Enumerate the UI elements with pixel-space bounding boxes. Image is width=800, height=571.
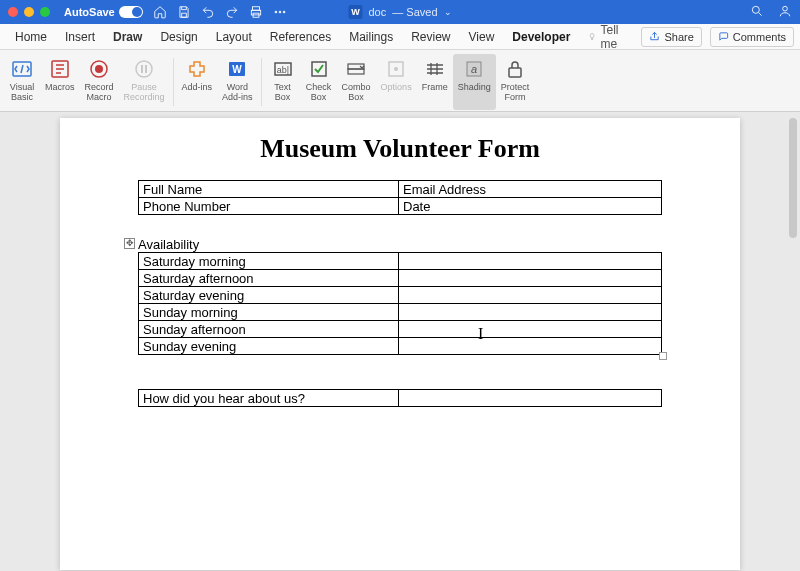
hear-about-table[interactable]: How did you hear about us? [138,389,662,407]
availability-value-cell[interactable] [399,287,662,304]
tab-home[interactable]: Home [6,24,56,50]
check-box-button[interactable]: Check Box [301,54,337,110]
minimize-window-button[interactable] [24,7,34,17]
table-row: Sunday morning [139,304,662,321]
tab-layout[interactable]: Layout [207,24,261,50]
add-ins-icon [184,56,210,82]
print-icon[interactable] [249,5,263,19]
tab-view[interactable]: View [460,24,504,50]
scrollbar-thumb[interactable] [789,118,797,238]
document-save-status: — Saved [392,6,437,18]
save-icon[interactable] [177,5,191,19]
tab-mailings[interactable]: Mailings [340,24,402,50]
ribbon-tabs: Home Insert Draw Design Layout Reference… [0,24,800,50]
home-icon[interactable] [153,5,167,19]
word-add-ins-label: Word Add-ins [222,83,253,103]
availability-cell[interactable]: Sunday afternoon [139,321,399,338]
record-macro-button[interactable]: Record Macro [80,54,119,110]
tab-design[interactable]: Design [151,24,206,50]
window-titlebar: AutoSave W doc — Saved ⌄ [0,0,800,24]
availability-cell[interactable]: Sunday morning [139,304,399,321]
add-ins-label: Add-ins [182,83,213,93]
svg-point-12 [136,61,152,77]
availability-cell[interactable]: Sunday evening [139,338,399,355]
word-add-ins-button[interactable]: W Word Add-ins [217,54,258,110]
svg-text:ab|: ab| [276,65,288,75]
contact-table[interactable]: Full Name Email Address Phone Number Dat… [138,180,662,215]
svg-point-7 [783,6,788,11]
svg-point-5 [283,11,285,13]
svg-text:W: W [233,64,243,75]
more-icon[interactable] [273,5,287,19]
close-window-button[interactable] [8,7,18,17]
table-move-handle-icon[interactable]: ✥ [124,238,135,249]
availability-value-cell[interactable] [399,338,662,355]
availability-value-cell[interactable] [399,270,662,287]
text-box-button[interactable]: ab| Text Box [265,54,301,110]
word-app-icon: W [349,5,363,19]
visual-basic-icon [9,56,35,82]
options-label: Options [381,83,412,93]
account-icon[interactable] [778,4,792,20]
full-name-cell[interactable]: Full Name [139,181,399,198]
table-row: Sunday evening [139,338,662,355]
availability-section: ✥ Availability Saturday morning Saturday… [138,237,662,355]
macros-button[interactable]: Macros [40,54,80,110]
tab-insert[interactable]: Insert [56,24,104,50]
hear-about-cell[interactable]: How did you hear about us? [139,390,399,407]
text-box-icon: ab| [270,56,296,82]
comments-label: Comments [733,31,786,43]
redo-icon[interactable] [225,5,239,19]
tab-draw[interactable]: Draw [104,24,151,50]
availability-cell[interactable]: Saturday afternoon [139,270,399,287]
zoom-window-button[interactable] [40,7,50,17]
phone-cell[interactable]: Phone Number [139,198,399,215]
svg-point-4 [279,11,281,13]
availability-table[interactable]: Saturday morning Saturday afternoon Satu… [138,252,662,355]
document-title: W doc — Saved ⌄ [349,5,452,19]
tell-me-search[interactable]: Tell me [579,24,633,50]
tab-review[interactable]: Review [402,24,459,50]
search-icon[interactable] [750,4,764,20]
frame-button[interactable]: Frame [417,54,453,110]
svg-point-3 [275,11,277,13]
availability-value-cell[interactable] [399,321,662,338]
comments-button[interactable]: Comments [710,27,794,47]
visual-basic-button[interactable]: Visual Basic [4,54,40,110]
document-name: doc [369,6,387,18]
chevron-down-icon[interactable]: ⌄ [444,7,452,17]
hear-about-value-cell[interactable] [399,390,662,407]
document-page[interactable]: Museum Volunteer Form Full Name Email Ad… [60,118,740,570]
svg-text:a: a [471,63,477,75]
ribbon-separator [261,58,262,106]
combo-box-button[interactable]: Combo Box [337,54,376,110]
window-controls [8,7,50,17]
table-row: Saturday evening [139,287,662,304]
tab-references[interactable]: References [261,24,340,50]
add-ins-button[interactable]: Add-ins [177,54,218,110]
autosave-switch-on-icon [119,6,143,18]
availability-value-cell[interactable] [399,304,662,321]
availability-cell[interactable]: Saturday evening [139,287,399,304]
svg-point-6 [752,6,759,13]
autosave-toggle[interactable]: AutoSave [64,6,143,18]
share-label: Share [664,31,693,43]
vertical-scrollbar[interactable] [786,112,800,571]
email-cell[interactable]: Email Address [399,181,662,198]
date-cell[interactable]: Date [399,198,662,215]
svg-rect-13 [141,65,143,73]
protect-form-label: Protect Form [501,83,530,103]
availability-value-cell[interactable] [399,253,662,270]
table-resize-handle-icon[interactable] [659,352,667,360]
protect-form-button[interactable]: Protect Form [496,54,535,110]
shading-button[interactable]: a Shading [453,54,496,110]
availability-cell[interactable]: Saturday morning [139,253,399,270]
autosave-label: AutoSave [64,6,115,18]
table-row: Saturday afternoon [139,270,662,287]
macros-label: Macros [45,83,75,93]
share-button[interactable]: Share [641,27,701,47]
undo-icon[interactable] [201,5,215,19]
ribbon-separator [173,58,174,106]
tab-developer[interactable]: Developer [503,24,579,50]
table-row: Phone Number Date [139,198,662,215]
